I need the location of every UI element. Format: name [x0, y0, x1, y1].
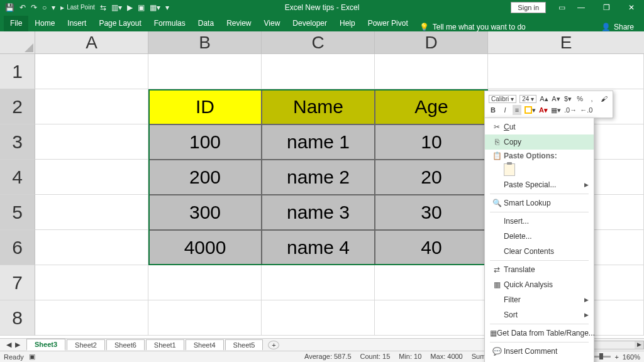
cell-c6[interactable]: name 4 — [262, 230, 375, 265]
cell-a2[interactable] — [35, 89, 148, 124]
cell-d6[interactable]: 40 — [375, 230, 488, 265]
menu-quick-analysis[interactable]: ▦ Quick Analysis — [485, 277, 594, 292]
cell-a3[interactable] — [35, 124, 148, 160]
cell-c1[interactable] — [262, 54, 375, 89]
tab-data[interactable]: Data — [192, 16, 220, 31]
row-header-4[interactable]: 4 — [0, 160, 35, 195]
col-header-c[interactable]: C — [262, 31, 375, 53]
cell-d4[interactable]: 20 — [375, 160, 488, 195]
row-header-1[interactable]: 1 — [0, 54, 35, 89]
menu-paste-option-1[interactable] — [485, 162, 594, 177]
font-name-dropdown[interactable]: Calibri ▾ — [489, 95, 516, 103]
cell-c4[interactable]: name 2 — [262, 160, 375, 195]
sheet-prev-icon[interactable]: ◀ — [6, 341, 11, 349]
chart-icon[interactable]: ▥▾ — [111, 3, 122, 12]
tab-insert[interactable]: Insert — [61, 16, 92, 31]
row-header-7[interactable]: 7 — [0, 265, 35, 300]
cell-a5[interactable] — [35, 195, 148, 230]
increase-decimal-icon[interactable]: .0→ — [564, 105, 577, 115]
tab-formulas[interactable]: Formulas — [148, 16, 192, 31]
play-icon[interactable]: ▶ — [127, 3, 133, 12]
fill-color-button[interactable]: ▾ — [525, 105, 536, 115]
zoom-in-button[interactable]: + — [614, 353, 618, 361]
currency-button[interactable]: $▾ — [564, 94, 572, 104]
decrease-decimal-icon[interactable]: ←.0 — [580, 105, 592, 115]
cell-d3[interactable]: 10 — [375, 124, 488, 160]
menu-clear-contents[interactable]: Clear Contents — [485, 244, 594, 259]
qat-more-icon[interactable]: ▾ — [165, 3, 169, 12]
cell-c3[interactable]: name 1 — [262, 124, 375, 160]
sheet-tab-sheet4[interactable]: Sheet4 — [186, 339, 224, 350]
grid-icon[interactable]: ▦▾ — [150, 3, 160, 12]
tab-help[interactable]: Help — [333, 16, 362, 31]
cell-b3[interactable]: 100 — [148, 124, 262, 160]
zoom-level[interactable]: 160% — [623, 353, 640, 361]
sheet-tab-sheet2[interactable]: Sheet2 — [67, 339, 105, 350]
close-button[interactable]: ✕ — [619, 0, 644, 14]
share-button[interactable]: 👤 Share — [601, 23, 640, 31]
align-button[interactable]: ≡ — [513, 105, 521, 115]
menu-delete[interactable]: Delete... — [485, 229, 594, 244]
sheet-tab-sheet1[interactable]: Sheet1 — [146, 339, 184, 350]
font-size-dropdown[interactable]: 24 ▾ — [519, 95, 536, 103]
col-header-e[interactable]: E — [488, 31, 644, 53]
row-header-2[interactable]: 2 — [0, 89, 35, 124]
ribbon-options-icon[interactable]: ▭ — [555, 3, 569, 12]
flag-icon[interactable]: ▸ — [60, 3, 64, 12]
new-sheet-button[interactable]: + — [268, 341, 279, 349]
cell-d1[interactable] — [375, 54, 488, 89]
funnel-icon[interactable]: ▾ — [52, 3, 55, 12]
menu-translate[interactable]: ⇄ Translate — [485, 262, 594, 277]
redo-icon[interactable]: ↷ — [31, 3, 37, 12]
circle-icon[interactable]: ○ — [42, 3, 47, 12]
menu-cut[interactable]: ✂ Cut — [485, 119, 594, 134]
save-icon[interactable]: 💾 — [5, 3, 14, 12]
minimize-button[interactable]: — — [569, 0, 594, 14]
toggle-icon[interactable]: ⇆ — [100, 3, 106, 12]
col-header-b[interactable]: B — [148, 31, 262, 53]
menu-insert-comment[interactable]: 💬 Insert Comment — [485, 344, 594, 359]
cell-b1[interactable] — [148, 54, 262, 89]
cell-d8[interactable] — [375, 300, 488, 336]
cell-b5[interactable]: 300 — [148, 195, 262, 230]
sign-in-button[interactable]: Sign in — [511, 2, 546, 13]
cell-c2[interactable]: Name — [262, 89, 375, 124]
tab-view[interactable]: View — [258, 16, 287, 31]
cell-c5[interactable]: name 3 — [262, 195, 375, 230]
undo-icon[interactable]: ↶ — [19, 3, 26, 12]
menu-sort[interactable]: Sort ▶ — [485, 307, 594, 322]
tab-page-layout[interactable]: Page Layout — [92, 16, 147, 31]
tab-developer[interactable]: Developer — [286, 16, 333, 31]
sheet-tab-sheet5[interactable]: Sheet5 — [225, 339, 264, 350]
cell-c8[interactable] — [262, 300, 375, 336]
col-header-a[interactable]: A — [35, 31, 148, 53]
cell-a8[interactable] — [35, 300, 148, 336]
cell-b7[interactable] — [148, 265, 262, 300]
menu-paste-special[interactable]: Paste Special... ▶ — [485, 177, 594, 192]
cell-b8[interactable] — [148, 300, 262, 336]
row-header-3[interactable]: 3 — [0, 124, 35, 160]
tab-file[interactable]: File — [4, 16, 28, 31]
format-painter-icon[interactable]: 🖌 — [599, 94, 608, 104]
cell-d5[interactable]: 30 — [375, 195, 488, 230]
menu-get-data[interactable]: ▦ Get Data from Table/Range... — [485, 326, 594, 341]
cell-c7[interactable] — [262, 265, 375, 300]
tab-home[interactable]: Home — [28, 16, 61, 31]
decrease-font-icon[interactable]: A▾ — [552, 94, 560, 104]
row-header-8[interactable]: 8 — [0, 300, 35, 336]
row-header-5[interactable]: 5 — [0, 195, 35, 230]
percent-button[interactable]: % — [575, 94, 584, 104]
tab-review[interactable]: Review — [220, 16, 257, 31]
scroll-right-icon[interactable]: ▶ — [635, 341, 643, 349]
cell-a6[interactable] — [35, 230, 148, 265]
sheet-tab-sheet3[interactable]: Sheet3 — [26, 339, 65, 351]
sheet-nav[interactable]: ◀▶ — [0, 341, 26, 349]
cell-a1[interactable] — [35, 54, 148, 89]
menu-smart-lookup[interactable]: 🔍 Smart Lookup — [485, 195, 594, 211]
row-header-6[interactable]: 6 — [0, 230, 35, 265]
border-button[interactable]: ▦▾ — [551, 105, 561, 115]
tell-me[interactable]: 💡 Tell me what you want to do — [419, 23, 526, 31]
increase-font-icon[interactable]: A▴ — [540, 94, 548, 104]
col-header-d[interactable]: D — [375, 31, 488, 53]
cell-e1[interactable] — [488, 54, 644, 89]
